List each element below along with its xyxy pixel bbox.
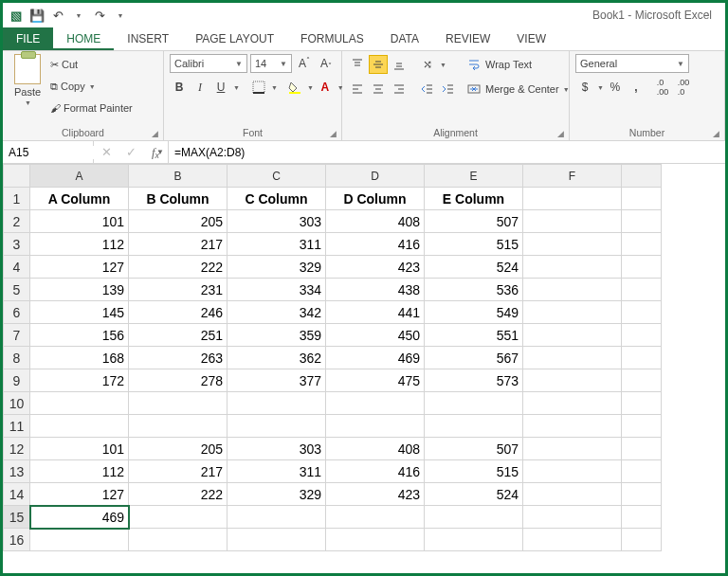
cell[interactable]: 469 xyxy=(30,506,129,529)
number-format-select[interactable]: General▼ xyxy=(575,54,689,73)
cell[interactable] xyxy=(523,279,622,301)
row-header[interactable]: 8 xyxy=(4,347,30,369)
cell[interactable]: 222 xyxy=(129,483,228,506)
cell[interactable] xyxy=(622,438,662,460)
cell[interactable] xyxy=(425,392,523,415)
cell[interactable] xyxy=(228,506,326,529)
column-header[interactable]: C xyxy=(228,165,326,188)
fill-color-button[interactable] xyxy=(285,78,304,97)
cell[interactable] xyxy=(622,301,662,324)
cell[interactable]: 507 xyxy=(425,438,523,460)
cell[interactable]: 329 xyxy=(228,483,326,506)
cell[interactable] xyxy=(129,529,228,551)
cell[interactable]: C Column xyxy=(228,188,326,210)
cell[interactable] xyxy=(622,256,662,279)
comma-button[interactable]: , xyxy=(627,78,646,97)
cell[interactable]: 549 xyxy=(425,301,523,324)
row-header[interactable]: 13 xyxy=(4,460,30,483)
cell[interactable]: 127 xyxy=(30,256,129,279)
row-header[interactable]: 2 xyxy=(4,210,30,233)
cell[interactable]: 205 xyxy=(129,210,228,233)
cell[interactable] xyxy=(523,233,622,256)
cell[interactable] xyxy=(523,506,622,529)
cell[interactable] xyxy=(622,188,662,210)
cell[interactable]: A Column xyxy=(30,188,129,210)
column-header[interactable]: F xyxy=(523,165,622,188)
cell[interactable] xyxy=(326,506,425,529)
cell[interactable]: 303 xyxy=(228,438,326,460)
cell[interactable]: 441 xyxy=(326,301,425,324)
tab-view[interactable]: VIEW xyxy=(503,27,559,50)
cell[interactable]: 231 xyxy=(129,279,228,301)
percent-button[interactable]: % xyxy=(606,78,625,97)
cell[interactable]: 450 xyxy=(326,324,425,347)
cell[interactable]: 329 xyxy=(228,256,326,279)
cell[interactable]: 251 xyxy=(129,324,228,347)
row-header[interactable]: 3 xyxy=(4,233,30,256)
cell[interactable]: 311 xyxy=(228,233,326,256)
cell[interactable]: 217 xyxy=(129,460,228,483)
cell[interactable]: 524 xyxy=(425,483,523,506)
cell[interactable]: 567 xyxy=(425,347,523,369)
cell[interactable] xyxy=(622,347,662,369)
cell[interactable]: 172 xyxy=(30,369,129,392)
column-header[interactable]: E xyxy=(425,165,523,188)
cell[interactable] xyxy=(30,415,129,438)
cell[interactable] xyxy=(326,529,425,551)
cell[interactable]: 515 xyxy=(425,460,523,483)
accept-formula-icon[interactable]: ✓ xyxy=(118,145,143,159)
bold-button[interactable]: B xyxy=(170,78,189,97)
align-center-icon[interactable] xyxy=(369,80,388,99)
increase-font-icon[interactable]: A˄ xyxy=(295,54,314,73)
cell[interactable] xyxy=(523,483,622,506)
format-painter-button[interactable]: 🖌 Format Painter xyxy=(50,98,133,118)
row-header[interactable]: 15 xyxy=(4,506,30,529)
cell[interactable] xyxy=(129,415,228,438)
cell[interactable] xyxy=(523,347,622,369)
cell[interactable] xyxy=(228,392,326,415)
row-header[interactable]: 7 xyxy=(4,324,30,347)
column-header[interactable]: D xyxy=(326,165,425,188)
cell[interactable]: 156 xyxy=(30,324,129,347)
cell[interactable]: 112 xyxy=(30,460,129,483)
cell[interactable]: 416 xyxy=(326,233,425,256)
cell[interactable]: 515 xyxy=(425,233,523,256)
select-all-corner[interactable] xyxy=(4,165,30,188)
cell[interactable] xyxy=(622,392,662,415)
cut-button[interactable]: ✂ Cut xyxy=(50,54,133,75)
cell[interactable] xyxy=(523,529,622,551)
tab-formulas[interactable]: FORMULAS xyxy=(287,27,377,50)
cell[interactable] xyxy=(523,210,622,233)
cell[interactable]: 377 xyxy=(228,369,326,392)
cell[interactable]: 507 xyxy=(425,210,523,233)
tab-data[interactable]: DATA xyxy=(377,27,432,50)
cell[interactable]: 408 xyxy=(326,210,425,233)
increase-decimal-icon[interactable]: .0.00 xyxy=(653,78,672,97)
cell[interactable] xyxy=(30,529,129,551)
cell[interactable] xyxy=(326,392,425,415)
cell[interactable] xyxy=(622,415,662,438)
wrap-text-button[interactable]: Wrap Text xyxy=(467,54,570,75)
cell[interactable]: 342 xyxy=(228,301,326,324)
italic-button[interactable]: I xyxy=(191,78,209,97)
cell[interactable]: 359 xyxy=(228,324,326,347)
row-header[interactable]: 4 xyxy=(4,256,30,279)
cell[interactable]: 573 xyxy=(425,369,523,392)
tab-file[interactable]: FILE xyxy=(3,27,53,50)
orientation-icon[interactable]: ⤭ xyxy=(418,55,437,74)
row-header[interactable]: 1 xyxy=(4,188,30,210)
cell[interactable]: 205 xyxy=(129,438,228,460)
cell[interactable] xyxy=(425,506,523,529)
row-header[interactable]: 5 xyxy=(4,279,30,301)
cell[interactable]: 278 xyxy=(129,369,228,392)
cell[interactable] xyxy=(523,415,622,438)
cell[interactable] xyxy=(425,415,523,438)
align-right-icon[interactable] xyxy=(390,80,409,99)
cell[interactable]: 551 xyxy=(425,324,523,347)
cell[interactable] xyxy=(523,438,622,460)
cell[interactable] xyxy=(523,324,622,347)
row-header[interactable]: 12 xyxy=(4,438,30,460)
cell[interactable]: 263 xyxy=(129,347,228,369)
align-bottom-icon[interactable] xyxy=(390,55,409,74)
cell[interactable]: 408 xyxy=(326,438,425,460)
